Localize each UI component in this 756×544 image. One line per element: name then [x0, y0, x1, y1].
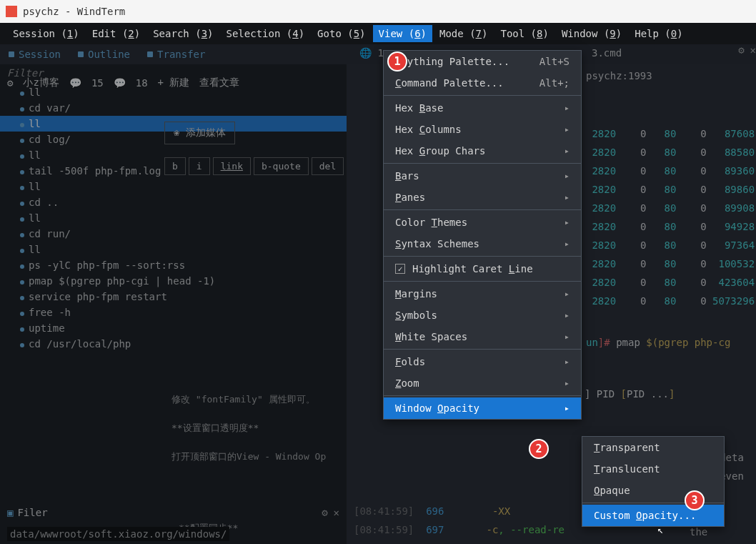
history-item[interactable]: cd run/: [0, 226, 347, 242]
menu-item-command-palette-[interactable]: Command Palette...Alt+;: [384, 72, 581, 94]
history-item[interactable]: uptime: [0, 320, 347, 336]
annotation-1: 1: [387, 51, 407, 71]
menu-goto[interactable]: Goto (5): [312, 25, 371, 42]
menu-window[interactable]: Window (9): [556, 25, 627, 42]
history-item[interactable]: cd ..: [0, 194, 347, 210]
menu-item-window-opacity[interactable]: Window Opacity: [384, 397, 581, 419]
window-opacity-submenu: TransparentTranslucentOpaqueCustom Opaci…: [582, 436, 725, 527]
view-menu: Anything Palette...Alt+SCommand Palette.…: [383, 50, 582, 420]
close-icon[interactable]: ✕: [750, 44, 756, 64]
filer-panel: ▣Filer ⚙✕: [0, 503, 347, 523]
del-button[interactable]: del: [312, 157, 344, 175]
menu-item-highlight-caret-line[interactable]: ✓Highlight Caret Line: [384, 258, 581, 280]
link-button[interactable]: link: [213, 157, 251, 175]
add-media-button[interactable]: ❀ 添加媒体: [164, 122, 235, 144]
tab-outline[interactable]: Outline: [69, 44, 139, 64]
path-bar[interactable]: data/wwwroot/soft.xiaoz.org/windows/: [7, 527, 229, 541]
menu-item-folds[interactable]: Folds: [384, 351, 581, 372]
gear-icon[interactable]: ⚙: [322, 507, 327, 518]
app-icon: [6, 6, 17, 17]
menu-edit[interactable]: Edit (2): [86, 25, 146, 42]
tab-transfer[interactable]: Transfer: [139, 44, 214, 64]
history-item[interactable]: ps -ylC php-fpm --sort:rss: [0, 257, 347, 273]
history-item[interactable]: cd /usr/local/php: [0, 336, 347, 352]
history-item[interactable]: free -h: [0, 305, 347, 320]
history-item[interactable]: service php-fpm restart: [0, 289, 347, 305]
prompt: un]# pmap $(pgrep php-cg: [586, 336, 730, 349]
annotation-2: 2: [529, 439, 549, 459]
menu-selection[interactable]: Selection (4): [221, 25, 311, 42]
history-item[interactable]: ll: [0, 179, 347, 194]
process-table: 2820 0 80 0 87608 3 2820 0 80 0 88580 3 …: [586, 124, 756, 310]
menu-item-color-themes[interactable]: Color Themes: [384, 212, 581, 233]
menu-item-anything-palette-[interactable]: Anything Palette...Alt+S: [384, 51, 581, 72]
menu-item-margins[interactable]: Margins: [384, 283, 581, 305]
menu-item-transparent[interactable]: Transparent: [582, 437, 724, 458]
menu-item-symbols[interactable]: Symbols: [384, 305, 581, 326]
menu-item-white-spaces[interactable]: White Spaces: [384, 326, 581, 347]
menu-item-hex-group-chars[interactable]: Hex Group Chars: [384, 140, 581, 162]
menu-session[interactable]: Session (1): [7, 25, 85, 42]
history-item[interactable]: ll: [0, 242, 347, 257]
file-tab[interactable]: 3.cmd: [586, 44, 627, 61]
menu-search[interactable]: Search (3): [147, 25, 219, 42]
menu-item-syntax-schemes[interactable]: Syntax Schemes: [384, 233, 581, 254]
menu-item-custom-opacity-[interactable]: Custom Opacity...: [582, 505, 724, 526]
history-item[interactable]: cd var/: [0, 100, 347, 116]
history-item[interactable]: ll: [0, 84, 347, 100]
history-item[interactable]: ll: [0, 210, 347, 226]
tab-session[interactable]: Session: [0, 44, 69, 64]
menu-item-hex-base[interactable]: Hex Base: [384, 97, 581, 119]
window-title: psychz - WindTerm: [23, 6, 125, 17]
annotation-3: 3: [685, 490, 705, 510]
menu-item-translucent[interactable]: Translucent: [582, 458, 724, 480]
gear-icon[interactable]: ⚙: [738, 44, 744, 64]
history-item[interactable]: pmap $(pgrep php-cgi | head -1): [0, 273, 347, 289]
editor-toolbar: b i link b-quote del: [164, 157, 344, 175]
menu-view[interactable]: View (6): [373, 25, 432, 42]
menu-item-hex-columns[interactable]: Hex Columns: [384, 119, 581, 140]
bold-button[interactable]: b: [164, 157, 186, 175]
menu-item-panes[interactable]: Panes: [384, 187, 581, 208]
menu-tool[interactable]: Tool (8): [494, 25, 554, 42]
term-header: psychz:1993: [586, 70, 652, 81]
close-icon[interactable]: ✕: [334, 507, 339, 518]
menu-item-zoom[interactable]: Zoom: [384, 372, 581, 394]
menubar: Session (1)Edit (2)Search (3)Selection (…: [0, 23, 756, 44]
menu-mode[interactable]: Mode (7): [434, 25, 493, 42]
menu-help[interactable]: Help (0): [629, 25, 688, 42]
titlebar: psychz - WindTerm: [0, 0, 756, 23]
italic-button[interactable]: i: [189, 157, 210, 175]
bquote-button[interactable]: b-quote: [254, 157, 309, 175]
usage: ] PID [PID ...]: [585, 387, 675, 400]
cursor-icon: ↖: [657, 524, 663, 535]
menu-item-bars[interactable]: Bars: [384, 165, 581, 187]
